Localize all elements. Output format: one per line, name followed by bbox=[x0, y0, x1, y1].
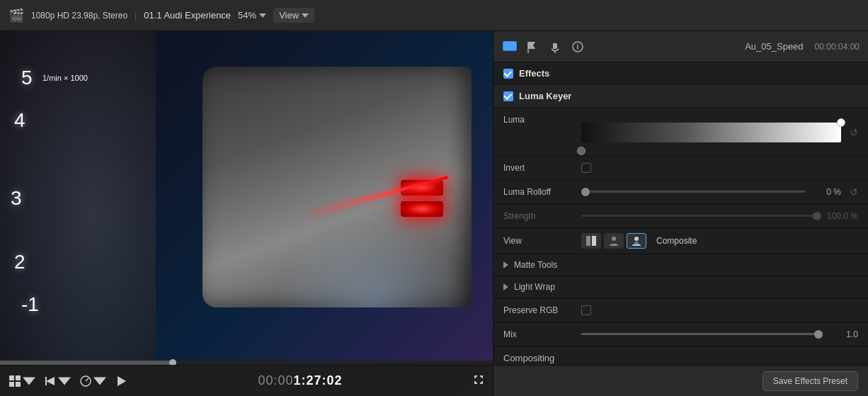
luma-rolloff-track[interactable] bbox=[581, 191, 806, 193]
car-body bbox=[202, 67, 472, 307]
main-content: 5 4 3 2 -1 1/min × 1000 bbox=[0, 31, 868, 396]
zoom-control[interactable]: 54% bbox=[238, 10, 266, 21]
speedo-label: 1/min × 1000 bbox=[42, 74, 88, 82]
timecode-bold: 1:27:02 bbox=[294, 373, 343, 387]
inspector-toolbar-right: Au_05_Speed 00:00:04:00 bbox=[745, 41, 860, 52]
view-matte-button[interactable] bbox=[604, 233, 624, 249]
clip-icon: 🎬 bbox=[8, 8, 24, 23]
view-label: View bbox=[279, 10, 299, 21]
strength-value-area: 100.0 % bbox=[581, 211, 858, 221]
strength-fill bbox=[581, 215, 821, 217]
timecode-dim: 00:00 bbox=[258, 373, 293, 387]
speedo-num-1: -1 bbox=[21, 293, 39, 316]
svg-rect-1 bbox=[16, 375, 21, 380]
trim-tool-button[interactable] bbox=[44, 375, 71, 387]
invert-row: Invert bbox=[493, 156, 868, 180]
mix-track[interactable] bbox=[581, 333, 823, 335]
top-bar: 🎬 1080p HD 23.98p, Stereo | 01.1 Audi Ex… bbox=[0, 0, 868, 31]
strength-value: 100.0 % bbox=[827, 211, 858, 221]
strength-track bbox=[581, 215, 821, 217]
inspector-toolbar: i Au_05_Speed 00:00:04:00 bbox=[493, 31, 868, 62]
luma-rolloff-row: Luma Rolloff 0 % ↺ bbox=[493, 180, 868, 204]
video-panel: 5 4 3 2 -1 1/min × 1000 bbox=[0, 31, 493, 396]
preserve-rgb-row: Preserve RGB bbox=[493, 298, 868, 322]
luma-keyer-checkbox[interactable] bbox=[503, 91, 513, 101]
invert-label: Invert bbox=[503, 163, 581, 173]
preserve-rgb-value-area bbox=[581, 305, 858, 315]
mix-value-area: 1.0 bbox=[581, 329, 858, 339]
view-row: View bbox=[493, 228, 868, 254]
effects-content: Effects Luma Keyer Luma ↺ bbox=[493, 62, 868, 365]
luma-gradient-container[interactable] bbox=[581, 115, 841, 150]
mix-fill bbox=[581, 333, 823, 335]
clip-name-inspector: Au_05_Speed bbox=[745, 41, 803, 52]
flag-tab-icon[interactable] bbox=[525, 39, 540, 55]
timecode-display: 00:001:27:02 bbox=[136, 373, 464, 388]
bottom-bar: Save Effects Preset bbox=[493, 365, 868, 396]
luma-rolloff-thumb[interactable] bbox=[581, 188, 590, 196]
mix-row: Mix 1.0 bbox=[493, 322, 868, 346]
invert-checkbox[interactable] bbox=[581, 163, 591, 173]
view-composite-button[interactable] bbox=[627, 233, 646, 249]
svg-rect-13 bbox=[586, 236, 590, 246]
luma-rolloff-reset-icon[interactable]: ↺ bbox=[850, 186, 858, 198]
strength-label: Strength bbox=[503, 211, 581, 221]
info-tab-icon[interactable]: i bbox=[570, 39, 586, 55]
svg-point-16 bbox=[634, 237, 639, 241]
compositing-label: Compositing bbox=[503, 353, 554, 363]
matte-tools-header[interactable]: Matte Tools bbox=[493, 254, 868, 276]
view-mode-label: Composite bbox=[656, 236, 697, 246]
luma-keyer-header: Luma Keyer bbox=[493, 85, 868, 108]
layout-icon-button[interactable] bbox=[8, 375, 35, 387]
view-label-inspector: View bbox=[503, 236, 581, 246]
effects-label: Effects bbox=[519, 68, 549, 79]
mix-thumb[interactable] bbox=[814, 330, 823, 339]
svg-rect-17 bbox=[634, 242, 639, 245]
svg-rect-3 bbox=[16, 382, 21, 387]
speedo-num-5: 5 bbox=[21, 67, 33, 89]
mix-value: 1.0 bbox=[828, 329, 858, 339]
speedo-num-4: 4 bbox=[14, 109, 25, 132]
luma-reset-icon[interactable]: ↺ bbox=[850, 127, 858, 138]
view-value-area: Composite bbox=[581, 233, 858, 249]
luma-label: Luma bbox=[503, 115, 581, 125]
timecode-right: 00:00:04:00 bbox=[815, 42, 860, 52]
video-tab-icon[interactable] bbox=[502, 39, 518, 55]
luma-row: Luma ↺ bbox=[493, 108, 868, 156]
view-button[interactable]: View bbox=[273, 8, 314, 23]
matte-tools-label: Matte Tools bbox=[514, 260, 557, 270]
play-button[interactable] bbox=[115, 375, 127, 387]
effects-checkbox[interactable] bbox=[503, 69, 513, 79]
speed-button[interactable] bbox=[79, 375, 106, 387]
video-background: 5 4 3 2 -1 1/min × 1000 bbox=[0, 31, 493, 396]
view-split-button[interactable] bbox=[581, 233, 601, 249]
luma-rolloff-value-area: 0 % ↺ bbox=[581, 186, 858, 198]
luma-value-area: ↺ bbox=[581, 115, 858, 150]
preserve-rgb-label: Preserve RGB bbox=[503, 305, 581, 315]
invert-value-area bbox=[581, 163, 858, 173]
luma-black-handle[interactable] bbox=[577, 147, 586, 155]
tail-light-right bbox=[401, 201, 443, 217]
light-wrap-label: Light Wrap bbox=[514, 282, 555, 292]
luma-rolloff-slider: 0 % bbox=[581, 187, 841, 197]
top-bar-left: 🎬 1080p HD 23.98p, Stereo | 01.1 Audi Ex… bbox=[8, 8, 860, 23]
video-controls: 00:001:27:02 bbox=[0, 365, 493, 396]
resolution-label: 1080p HD 23.98p, Stereo bbox=[31, 11, 127, 21]
save-effects-preset-button[interactable]: Save Effects Preset bbox=[763, 371, 858, 391]
svg-rect-0 bbox=[9, 375, 14, 380]
speedo-num-3: 3 bbox=[11, 187, 22, 210]
view-icons bbox=[581, 233, 646, 249]
svg-rect-14 bbox=[592, 236, 596, 246]
fullscreen-button[interactable] bbox=[473, 374, 484, 388]
zoom-value: 54% bbox=[238, 10, 256, 21]
compositing-header: Compositing bbox=[493, 346, 868, 365]
preserve-rgb-checkbox[interactable] bbox=[581, 305, 591, 315]
effects-section-header: Effects bbox=[493, 62, 868, 85]
audio-tab-icon[interactable] bbox=[547, 39, 563, 55]
light-wrap-header[interactable]: Light Wrap bbox=[493, 276, 868, 298]
luma-rolloff-value: 0 % bbox=[811, 187, 841, 197]
strength-row: Strength 100.0 % bbox=[493, 204, 868, 228]
luma-white-handle[interactable] bbox=[837, 118, 845, 127]
water-splash bbox=[273, 222, 472, 307]
luma-rolloff-label: Luma Rolloff bbox=[503, 187, 581, 197]
